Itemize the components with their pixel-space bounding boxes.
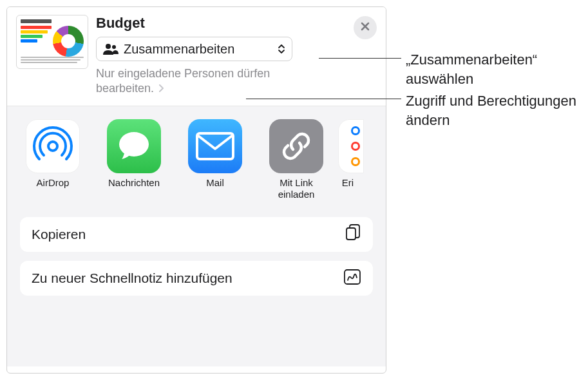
messages-icon	[107, 119, 161, 173]
copy-icon	[345, 224, 361, 245]
actions-section: Kopieren Zu neuer Schnellnotiz hinzufüge…	[7, 205, 386, 366]
callout-permissions: Zugriff und Berechtigungen ändern	[406, 91, 588, 129]
quicknote-label: Zu neuer Schnellnotiz hinzufügen	[32, 271, 232, 286]
mail-icon	[188, 119, 242, 173]
svg-rect-6	[345, 270, 360, 284]
chevron-updown-icon	[278, 44, 285, 54]
share-messages-label: Nachrichten	[108, 177, 160, 200]
quicknote-icon	[343, 269, 361, 288]
svg-point-0	[106, 44, 111, 49]
airdrop-icon	[26, 119, 80, 173]
svg-point-3	[119, 132, 149, 157]
share-apps-row: AirDrop Nachrichten Mail	[7, 106, 386, 205]
share-reminders-partial[interactable]: Eri	[338, 119, 364, 200]
share-sheet-panel: Budget Zusammenarbeiten	[6, 6, 386, 374]
chevron-right-icon	[158, 83, 165, 94]
copy-action[interactable]: Kopieren	[20, 217, 373, 252]
svg-rect-5	[346, 228, 356, 240]
share-mail[interactable]: Mail	[182, 119, 248, 200]
svg-point-2	[48, 142, 57, 151]
copy-label: Kopieren	[32, 227, 86, 242]
quicknote-action[interactable]: Zu neuer Schnellnotiz hinzufügen	[20, 261, 373, 296]
share-reminders-label: Eri	[338, 177, 357, 200]
people-icon	[103, 43, 119, 55]
permission-text: Nur eingeladene Personen dürfen bearbeit…	[96, 67, 270, 95]
svg-rect-4	[197, 133, 233, 159]
callout-leader-1	[319, 58, 401, 59]
share-link[interactable]: Mit Link einladen	[263, 119, 329, 200]
share-mail-label: Mail	[206, 177, 224, 200]
document-title: Budget	[96, 15, 351, 32]
permission-settings-link[interactable]: Nur eingeladene Personen dürfen bearbeit…	[96, 66, 296, 97]
share-link-label: Mit Link einladen	[263, 177, 329, 200]
reminders-icon	[338, 119, 364, 173]
close-button[interactable]	[354, 16, 377, 39]
share-airdrop-label: AirDrop	[37, 177, 70, 200]
share-messages[interactable]: Nachrichten	[101, 119, 167, 200]
close-icon	[360, 21, 370, 34]
link-icon	[269, 119, 323, 173]
callout-leader-2	[246, 99, 401, 99]
share-airdrop[interactable]: AirDrop	[20, 119, 86, 200]
document-thumbnail	[16, 15, 88, 69]
collaboration-mode-dropdown[interactable]: Zusammenarbeiten	[96, 37, 292, 61]
collaboration-mode-label: Zusammenarbeiten	[124, 42, 278, 57]
callout-collaborate: „Zusammenarbeiten“ auswählen	[406, 50, 588, 88]
svg-point-1	[112, 45, 116, 49]
share-sheet-header: Budget Zusammenarbeiten	[7, 7, 386, 106]
